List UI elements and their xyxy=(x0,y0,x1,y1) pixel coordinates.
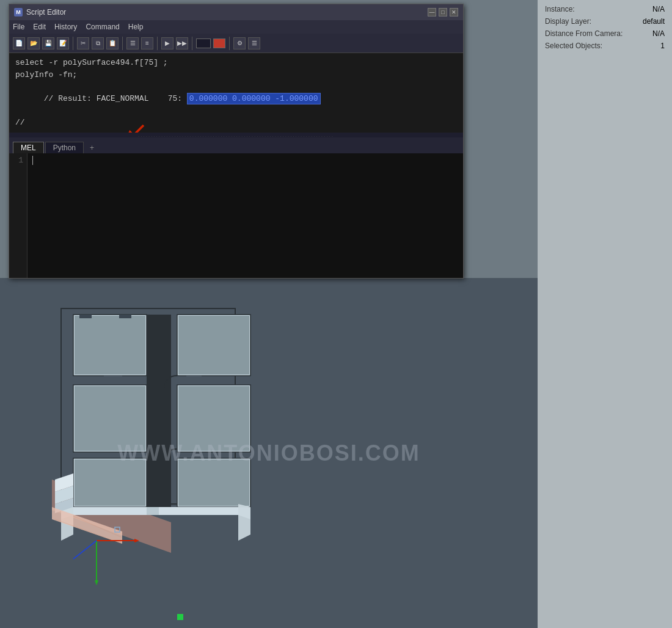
input-cursor xyxy=(32,156,38,165)
toolbar-separator-5 xyxy=(229,37,230,50)
tab-python[interactable]: Python xyxy=(45,142,84,153)
maximize-button[interactable]: □ xyxy=(439,8,447,16)
copy-icon[interactable]: ⧉ xyxy=(92,37,104,49)
prop-display-layer: Display Layer: default xyxy=(545,17,665,26)
menu-file[interactable]: File xyxy=(13,23,24,31)
svg-rect-15 xyxy=(147,315,171,507)
prop-instance-label: Instance: xyxy=(545,5,575,13)
menu-bar: File Edit History Command Help xyxy=(9,20,463,34)
svg-marker-24 xyxy=(73,507,147,515)
prop-display-layer-label: Display Layer: xyxy=(545,17,591,26)
prop-instance-value: N/A xyxy=(652,5,665,13)
menu-edit[interactable]: Edit xyxy=(33,23,46,31)
minimize-button[interactable]: — xyxy=(428,8,436,16)
title-bar-controls[interactable]: — □ ✕ xyxy=(428,8,458,16)
prop-display-layer-value: default xyxy=(643,17,665,26)
right-panel: Instance: N/A Display Layer: default Dis… xyxy=(538,0,672,628)
script-editor-window: M Script Editor — □ ✕ File Edit History … xyxy=(9,4,464,279)
svg-rect-10 xyxy=(119,315,131,318)
title-bar: M Script Editor — □ ✕ xyxy=(9,4,463,20)
save-script-icon[interactable]: 📝 xyxy=(57,37,69,49)
maya-icon: M xyxy=(14,8,23,16)
viewport-content: WWW.ANTONIOBOSI.COM xyxy=(0,278,538,628)
svg-rect-14 xyxy=(75,459,145,506)
svg-rect-43 xyxy=(177,614,183,620)
output-line-3: // Result: FACE_NORMAL 75: 0.000000 0.00… xyxy=(15,81,457,117)
svg-rect-17 xyxy=(178,316,249,374)
prop-selected: Selected Objects: 1 xyxy=(545,42,665,50)
input-area[interactable]: 1 xyxy=(9,153,463,278)
menu-history[interactable]: History xyxy=(54,23,77,31)
menu-icon[interactable]: ☰ xyxy=(248,37,260,49)
menu-command[interactable]: Command xyxy=(86,23,119,31)
svg-rect-22 xyxy=(178,459,249,506)
execute-all-icon[interactable]: ▶▶ xyxy=(176,37,188,49)
open-file-icon[interactable]: 📂 xyxy=(27,37,40,49)
cut-icon[interactable]: ✂ xyxy=(77,37,89,49)
prop-instance: Instance: N/A xyxy=(545,5,665,13)
toolbar-separator-4 xyxy=(192,37,192,50)
title-bar-left: M Script Editor xyxy=(14,8,66,16)
output-line-3-prefix: // Result: FACE_NORMAL 75: xyxy=(44,94,187,103)
svg-marker-30 xyxy=(238,504,250,541)
svg-marker-26 xyxy=(159,507,177,515)
svg-rect-20 xyxy=(178,386,249,451)
svg-marker-25 xyxy=(147,507,159,515)
divider-dots: ........................................… xyxy=(9,133,463,137)
prop-distance-value: N/A xyxy=(652,29,665,38)
prop-distance-label: Distance From Camera: xyxy=(545,29,623,38)
color-swatch-1 xyxy=(196,38,211,48)
script-input[interactable] xyxy=(27,153,463,278)
output-area: select -r polySurface494.f[75] ; polyInf… xyxy=(9,53,463,133)
svg-rect-7 xyxy=(104,376,122,381)
toolbar: 📄 📂 💾 📝 ✂ ⧉ 📋 ☰ ≡ ▶ ▶▶ ⚙ ☰ xyxy=(9,34,463,53)
window-title: Script Editor xyxy=(26,8,66,16)
tab-add-button[interactable]: + xyxy=(85,142,99,153)
outdent-icon[interactable]: ≡ xyxy=(141,37,153,49)
output-line-2: polyInfo -fn; xyxy=(15,69,457,81)
tab-mel[interactable]: MEL xyxy=(13,142,44,153)
viewport[interactable]: WWW.ANTONIOBOSI.COM xyxy=(0,278,538,628)
output-line-4: // xyxy=(15,117,457,129)
prop-selected-label: Selected Objects: xyxy=(545,42,602,50)
svg-rect-12 xyxy=(75,386,145,451)
toolbar-separator-2 xyxy=(122,37,123,50)
close-button[interactable]: ✕ xyxy=(450,8,458,16)
color-swatch-2 xyxy=(213,38,225,48)
prop-distance: Distance From Camera: N/A xyxy=(545,29,665,38)
svg-rect-9 xyxy=(79,315,92,318)
line-number-1: 1 xyxy=(13,156,23,165)
indent-icon[interactable]: ☰ xyxy=(126,37,139,49)
save-file-icon[interactable]: 💾 xyxy=(42,37,54,49)
settings-icon[interactable]: ⚙ xyxy=(233,37,246,49)
face-normal-value: 0.000000 0.000000 -1.000000 xyxy=(187,93,321,104)
tab-bar: MEL Python + xyxy=(9,137,463,153)
line-numbers: 1 xyxy=(9,153,27,278)
svg-rect-8 xyxy=(75,316,145,374)
prop-selected-value: 1 xyxy=(660,42,665,50)
output-line-1: select -r polySurface494.f[75] ; xyxy=(15,57,457,69)
floor-plan-svg xyxy=(0,278,538,628)
svg-rect-18 xyxy=(186,376,202,381)
execute-icon[interactable]: ▶ xyxy=(161,37,173,49)
menu-help[interactable]: Help xyxy=(128,23,144,31)
toolbar-separator-3 xyxy=(157,37,158,50)
paste-icon[interactable]: 📋 xyxy=(106,37,119,49)
new-file-icon[interactable]: 📄 xyxy=(13,37,25,49)
toolbar-separator-1 xyxy=(73,37,73,50)
